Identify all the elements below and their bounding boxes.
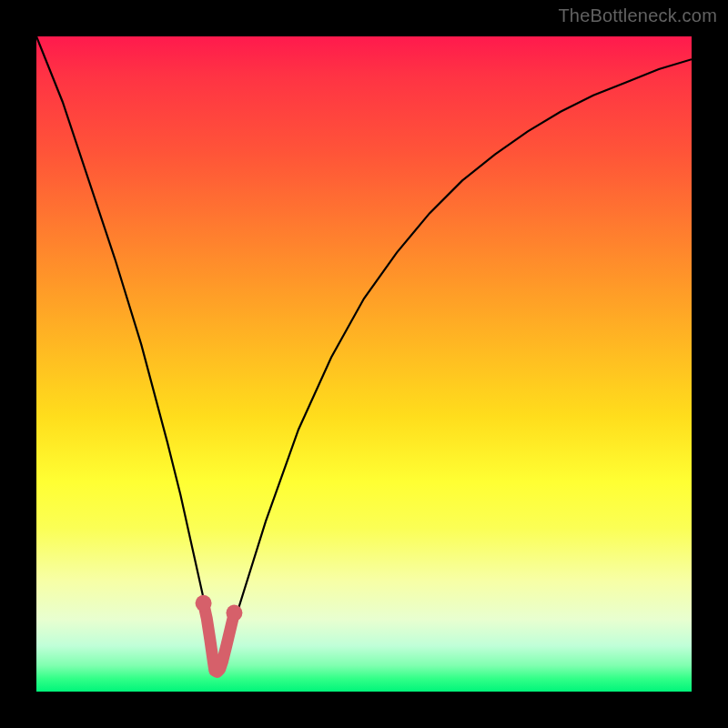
trough-endpoint-dot bbox=[196, 595, 212, 612]
plot-area bbox=[36, 36, 692, 692]
watermark-text: TheBottleneck.com bbox=[558, 5, 717, 26]
trough-endpoint-dot bbox=[226, 605, 242, 622]
curve-line bbox=[36, 36, 692, 672]
chart-svg bbox=[36, 36, 692, 692]
